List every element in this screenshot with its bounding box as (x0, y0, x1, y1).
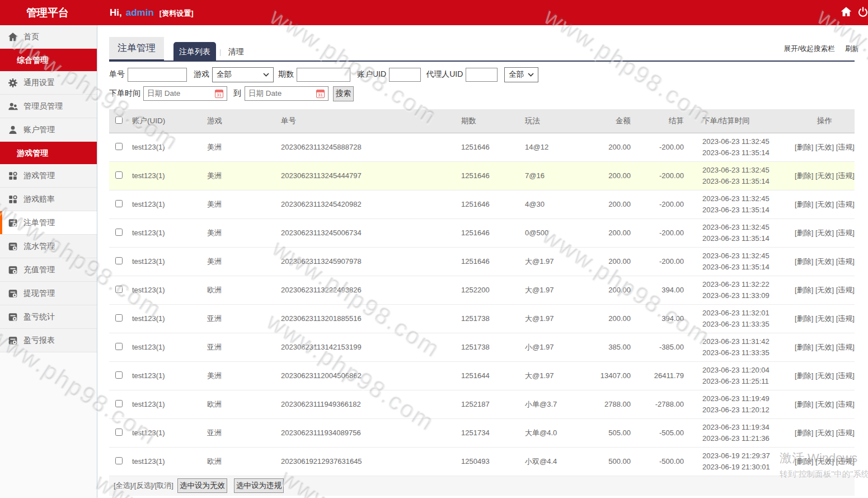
row-checkbox[interactable] (115, 429, 123, 436)
delete-action[interactable]: [删除] (795, 371, 813, 380)
row-checkbox[interactable] (115, 371, 123, 379)
tab-order-list[interactable]: 注单列表 (173, 42, 216, 62)
invalid-action[interactable]: [无效] (815, 371, 834, 380)
calendar-icon (316, 90, 325, 98)
violation-action[interactable]: [违规] (836, 171, 855, 180)
account-uid-input[interactable] (389, 68, 421, 82)
invalid-action[interactable]: [无效] (815, 286, 834, 294)
cell-game: 亚洲 (201, 418, 274, 447)
cell-account: test123(1) (126, 304, 201, 333)
cell-period: 1251734 (456, 418, 519, 447)
invalid-action[interactable]: [无效] (815, 400, 834, 408)
date-to-input[interactable]: 日期 Date (245, 86, 329, 101)
violation-action[interactable]: [违规] (836, 457, 855, 466)
cell-game: 美洲 (201, 247, 274, 276)
delete-action[interactable]: [删除] (795, 343, 813, 351)
violation-action[interactable]: [违规] (836, 200, 855, 208)
period-input[interactable] (297, 68, 350, 82)
cell-account: test123(1) (126, 161, 201, 190)
violation-action[interactable]: [违规] (836, 286, 855, 294)
delete-action[interactable]: [删除] (795, 429, 813, 437)
select-links[interactable]: [全选]/[反选]/[取消] (114, 481, 173, 491)
cell-play: 小单@3.7 (519, 390, 582, 418)
sidebar-item-8[interactable]: 注单管理 (0, 211, 97, 235)
power-icon[interactable] (857, 6, 868, 20)
sidebar-item-10[interactable]: 充值管理 (0, 258, 97, 282)
invalid-action[interactable]: [无效] (815, 429, 834, 437)
cell-settle: -200.00 (636, 161, 689, 190)
sidebar-item-9[interactable]: 流水管理 (0, 235, 97, 258)
sidebar-item-4[interactable]: 账户管理 (0, 118, 97, 142)
delete-action[interactable]: [删除] (795, 143, 813, 151)
invalid-action[interactable]: [无效] (815, 314, 834, 323)
delete-action[interactable]: [删除] (795, 200, 813, 208)
sidebar-item-3[interactable]: 管理员管理 (0, 95, 97, 118)
sidebar-item-11[interactable]: 提现管理 (0, 282, 97, 305)
cell-period: 1251644 (456, 361, 519, 390)
violation-action[interactable]: [违规] (836, 400, 855, 408)
invalid-action[interactable]: [无效] (815, 171, 834, 180)
sidebar-item-6[interactable]: 游戏管理 (0, 164, 97, 188)
row-checkbox[interactable] (115, 400, 123, 407)
status-select[interactable]: 全部 (504, 67, 538, 82)
tab-bar: 注单管理 注单列表 | 清理 (109, 37, 855, 62)
invalid-action[interactable]: [无效] (815, 143, 834, 151)
home-icon[interactable] (840, 6, 852, 20)
row-checkbox[interactable] (115, 257, 123, 264)
sidebar-item-13[interactable]: 盈亏报表 (0, 329, 97, 352)
set-violation-button[interactable]: 选中设为违规 (234, 478, 284, 493)
sidebar-item-7[interactable]: 游戏赔率 (0, 188, 97, 211)
invalid-action[interactable]: [无效] (815, 457, 834, 466)
cell-order-no: 20230623113245907978 (274, 247, 456, 276)
violation-action[interactable]: [违规] (836, 314, 855, 323)
agent-uid-input[interactable] (466, 68, 498, 82)
row-checkbox[interactable] (115, 314, 123, 322)
delete-action[interactable]: [删除] (795, 286, 813, 294)
delete-action[interactable]: [删除] (795, 257, 813, 266)
cell-amount: 500.00 (582, 447, 636, 476)
page-tab-order-mgmt[interactable]: 注单管理 (109, 37, 164, 62)
sidebar-item-2[interactable]: 通用设置 (0, 71, 97, 95)
main-content: 展开/收起搜索栏 刷新 注单管理 注单列表 | 清理 单号 游戏 全部 期数 账… (98, 25, 868, 498)
delete-action[interactable]: [删除] (795, 229, 813, 237)
tab-clean[interactable]: 清理 (224, 42, 247, 62)
row-checkbox[interactable] (115, 343, 123, 350)
violation-action[interactable]: [违规] (836, 257, 855, 266)
invalid-action[interactable]: [无效] (815, 257, 834, 266)
select-all-checkbox[interactable] (115, 117, 123, 124)
invalid-action[interactable]: [无效] (815, 200, 834, 208)
delete-action[interactable]: [删除] (795, 400, 813, 408)
delete-action[interactable]: [删除] (795, 457, 813, 466)
delete-action[interactable]: [删除] (795, 314, 813, 323)
row-checkbox[interactable] (115, 229, 123, 236)
cell-amount: 2788.00 (582, 390, 636, 418)
cell-game: 美洲 (201, 218, 274, 247)
game-select[interactable]: 全部 (212, 67, 274, 82)
orders-table: 账户(UID)游戏单号期数玩法金额结算下单/结算时间操作 test123(1)美… (109, 109, 855, 476)
violation-action[interactable]: [违规] (836, 429, 855, 437)
invalid-action[interactable]: [无效] (815, 229, 834, 237)
row-checkbox[interactable] (115, 200, 123, 207)
cell-amount: 200.00 (582, 247, 636, 276)
sidebar-item-12[interactable]: 盈亏统计 (0, 305, 97, 329)
row-checkbox[interactable] (115, 143, 123, 150)
violation-action[interactable]: [违规] (836, 343, 855, 351)
date-from-input[interactable]: 日期 Date (143, 86, 227, 101)
row-checkbox[interactable] (115, 171, 123, 179)
invalid-action[interactable]: [无效] (815, 343, 834, 351)
violation-action[interactable]: [违规] (836, 229, 855, 237)
cell-account: test123(1) (126, 447, 201, 476)
set-invalid-button[interactable]: 选中设为无效 (177, 478, 227, 493)
table-row: test123(1)欧洲202306231132224938261252200大… (109, 276, 855, 304)
cell-time: 2023-06-23 11:32:452023-06-23 11:35:14 (689, 133, 795, 161)
violation-action[interactable]: [违规] (836, 371, 855, 380)
row-checkbox[interactable] (115, 286, 123, 293)
violation-action[interactable]: [违规] (836, 143, 855, 151)
row-checkbox[interactable] (115, 457, 123, 464)
search-button[interactable]: 搜索 (333, 86, 354, 101)
order-no-input[interactable] (128, 68, 187, 82)
delete-action[interactable]: [删除] (795, 171, 813, 180)
sidebar-item-0[interactable]: 首页 (0, 25, 97, 49)
profile-settings-link[interactable]: [资料设置] (159, 9, 194, 17)
app-header: 管理平台 Hi,admin[资料设置] (0, 0, 868, 25)
